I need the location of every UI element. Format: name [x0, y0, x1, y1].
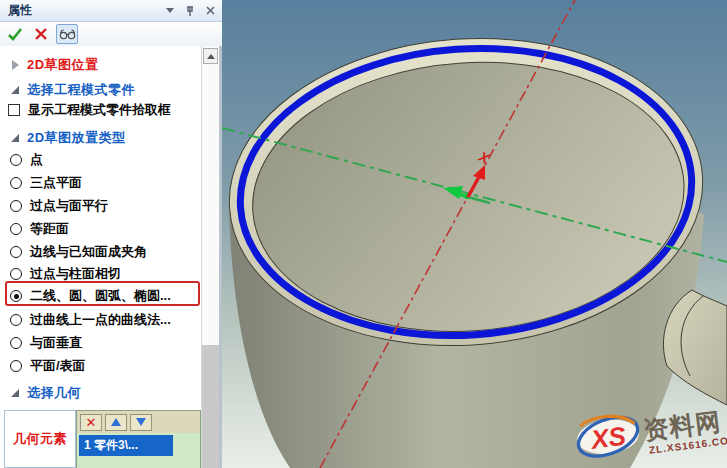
section-label: 2D草图放置类型 — [27, 129, 126, 147]
radio-icon[interactable] — [10, 360, 22, 372]
radio-icon[interactable] — [10, 223, 22, 235]
expanded-arrow-icon[interactable] — [11, 134, 19, 142]
geometry-list-cell: ✕ 1 零件3\... — [76, 410, 201, 468]
radio-row-three-point-plane[interactable]: 三点平面 — [0, 173, 200, 193]
3d-scene: X XS 资料网 ZL.XS1616.COM — [222, 0, 727, 468]
x-icon: ✕ — [86, 416, 97, 429]
show-pick-box-checkbox[interactable] — [8, 104, 20, 116]
section-placement-type[interactable]: 2D草图放置类型 — [0, 129, 200, 147]
radio-icon[interactable] — [10, 337, 22, 349]
geometry-table: 几何元素 ✕ 1 零件3\... — [4, 410, 201, 468]
radio-row-curve-normal[interactable]: 过曲线上一点的曲线法... — [0, 310, 200, 330]
move-down-button[interactable] — [130, 414, 152, 431]
glasses-icon[interactable] — [56, 24, 78, 44]
section-select-geometry[interactable]: 选择几何 — [0, 384, 200, 402]
geometry-selected-row[interactable]: 1 零件3\... — [79, 435, 173, 456]
properties-panel: 属性 2D草图位置 — [0, 0, 222, 468]
remove-geometry-button[interactable]: ✕ — [80, 414, 102, 431]
app-window: 属性 2D草图位置 — [0, 0, 727, 468]
checkbox-label: 显示工程模式零件拾取框 — [28, 101, 171, 119]
3d-viewport[interactable]: X XS 资料网 ZL.XS1616.COM — [222, 0, 727, 468]
radio-row-point-parallel-face[interactable]: 过点与面平行 — [0, 196, 200, 216]
section-label: 选择工程模式零件 — [27, 81, 135, 99]
panel-titlebar[interactable]: 属性 — [0, 0, 222, 22]
geometry-label-cell: 几何元素 — [4, 410, 76, 468]
radio-icon[interactable] — [10, 246, 22, 258]
radio-icon[interactable] — [10, 268, 22, 280]
section-sketch-position[interactable]: 2D草图位置 — [0, 56, 200, 74]
radio-icon[interactable] — [10, 154, 22, 166]
radio-row-offset-face[interactable]: 等距面 — [0, 219, 200, 239]
section-label: 选择几何 — [27, 384, 81, 402]
pin-icon[interactable] — [182, 4, 198, 18]
geometry-label: 几何元素 — [13, 430, 67, 448]
x-icon[interactable] — [30, 24, 52, 44]
arrow-up-icon — [111, 418, 121, 426]
arrow-down-icon — [136, 418, 146, 426]
radio-row-point[interactable]: 点 — [0, 150, 200, 170]
selected-option-highlight-box — [5, 281, 200, 306]
geometry-list-toolbar: ✕ — [77, 411, 200, 433]
geometry-list[interactable]: 1 零件3\... — [77, 433, 200, 468]
section-label: 2D草图位置 — [27, 56, 99, 74]
radio-row-plane-surface[interactable]: 平面/表面 — [0, 356, 200, 376]
radio-row-edge-angle-face[interactable]: 边线与已知面成夹角 — [0, 242, 200, 262]
move-up-button[interactable] — [105, 414, 127, 431]
radio-icon[interactable] — [10, 177, 22, 189]
radio-row-perpendicular-face[interactable]: 与面垂直 — [0, 333, 200, 353]
expanded-arrow-icon[interactable] — [11, 86, 19, 94]
chevron-down-icon[interactable] — [162, 4, 178, 18]
close-icon[interactable] — [202, 4, 218, 18]
check-icon[interactable] — [4, 24, 26, 44]
scrollbar-thumb[interactable] — [202, 345, 219, 468]
arrow-up-icon — [207, 54, 215, 59]
expanded-arrow-icon[interactable] — [11, 389, 19, 397]
panel-title: 属性 — [0, 2, 162, 19]
panel-scrollbar[interactable] — [201, 46, 218, 468]
radio-icon[interactable] — [10, 200, 22, 212]
scrollbar-up-button[interactable] — [203, 48, 218, 64]
collapsed-arrow-icon[interactable] — [12, 60, 19, 70]
watermark-logo-text: XS — [587, 421, 628, 455]
show-pick-box-row[interactable]: 显示工程模式零件拾取框 — [0, 100, 200, 120]
panel-toolbar — [0, 22, 222, 46]
section-select-part-mode[interactable]: 选择工程模式零件 — [0, 81, 200, 99]
radio-icon[interactable] — [10, 314, 22, 326]
